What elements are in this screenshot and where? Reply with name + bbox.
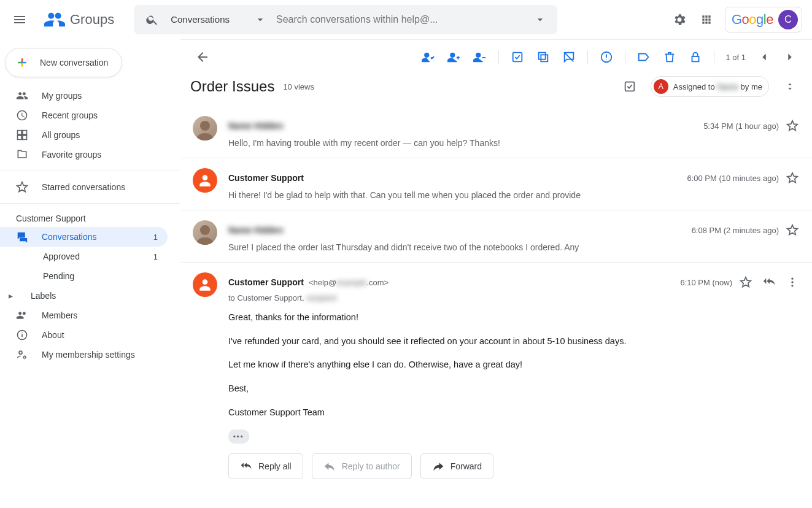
thread-header: Order Issues 10 views A Assigned to Name… xyxy=(180,74,812,106)
star-button[interactable] xyxy=(736,272,756,292)
no-reply-button[interactable] xyxy=(557,45,581,69)
duplicate-button[interactable] xyxy=(531,45,555,69)
people-icon xyxy=(16,90,28,102)
assign-button[interactable] xyxy=(416,45,441,69)
sender-avatar xyxy=(193,116,217,140)
nav-starred[interactable]: Starred conversations xyxy=(0,177,168,197)
message-row[interactable]: Name Hidden 5:34 PM (1 hour ago) Hello, … xyxy=(180,106,812,158)
more-vert-icon xyxy=(786,276,798,288)
sender-name: Customer Support xyxy=(228,173,304,183)
star-button[interactable] xyxy=(783,116,802,136)
groups-icon xyxy=(44,9,65,30)
message-row[interactable]: Name Hidden 6:08 PM (2 minutes ago) Sure… xyxy=(180,210,812,263)
prev-button[interactable] xyxy=(752,45,776,69)
label-icon xyxy=(637,50,651,64)
nav-pending[interactable]: Pending xyxy=(0,266,168,286)
sender-name: Customer Support xyxy=(228,277,304,287)
gear-icon xyxy=(672,12,687,27)
expand-collapse-button[interactable] xyxy=(778,74,802,99)
report-button[interactable] xyxy=(594,45,619,69)
svg-point-2 xyxy=(24,356,26,358)
view-count: 10 views xyxy=(283,82,314,91)
chat-icon xyxy=(16,231,28,243)
members-icon xyxy=(16,309,28,321)
reply-row: Reply all Reply to author Forward xyxy=(228,444,802,479)
svg-point-13 xyxy=(791,285,793,287)
message-snippet: Hello, I'm having trouble with my recent… xyxy=(228,138,802,148)
reply-icon xyxy=(323,460,336,472)
recipients[interactable]: to Customer Support, recipient xyxy=(228,293,802,302)
apps-button[interactable] xyxy=(694,7,719,32)
main-menu-button[interactable] xyxy=(5,5,34,34)
forward-button[interactable]: Forward xyxy=(420,453,493,479)
star-button[interactable] xyxy=(783,168,802,188)
search-input[interactable] xyxy=(276,14,528,25)
show-trimmed-button[interactable]: ••• xyxy=(228,429,249,444)
divider xyxy=(0,171,180,171)
svg-point-10 xyxy=(200,225,210,235)
plus-icon xyxy=(13,53,31,72)
sender-avatar xyxy=(193,220,217,245)
star-icon xyxy=(16,181,28,193)
add-member-button[interactable] xyxy=(442,45,466,69)
reply-author-button[interactable]: Reply to author xyxy=(312,453,412,479)
nav-about[interactable]: About xyxy=(0,325,168,345)
search-bar: Conversations xyxy=(134,5,557,34)
main: 1 of 1 Order Issues 10 views A Assigned … xyxy=(180,39,812,508)
message-body: Great, thanks for the information! I've … xyxy=(228,310,802,444)
apps-icon xyxy=(700,13,713,26)
nav-conversations[interactable]: Conversations 1 xyxy=(0,227,168,247)
person-plus-icon xyxy=(447,50,461,64)
search-scope-dropdown[interactable]: Conversations xyxy=(166,13,276,26)
assigned-chip[interactable]: A Assigned to Name by me xyxy=(651,76,769,97)
copy-icon xyxy=(536,50,550,64)
nav-my-groups[interactable]: My groups xyxy=(0,86,168,106)
message-expanded: Customer Support <help@example.com> 6:10… xyxy=(180,263,812,489)
nav-membership-settings[interactable]: My membership settings xyxy=(0,345,168,364)
group-heading: Customer Support xyxy=(0,210,180,227)
message-row[interactable]: Customer Support 6:00 PM (10 minutes ago… xyxy=(180,158,812,210)
reply-all-icon-button[interactable] xyxy=(759,272,779,292)
product-logo[interactable]: Groups xyxy=(39,9,119,30)
mark-complete-button[interactable] xyxy=(505,45,530,69)
more-button[interactable] xyxy=(783,272,802,292)
svg-point-9 xyxy=(200,121,210,131)
alert-icon xyxy=(600,50,613,64)
nav-labels[interactable]: ▸ Labels xyxy=(0,286,180,306)
next-button[interactable] xyxy=(778,45,802,69)
arrow-left-icon xyxy=(195,50,210,64)
lock-button[interactable] xyxy=(683,45,708,69)
nav-all-groups[interactable]: All groups xyxy=(0,125,168,145)
star-button[interactable] xyxy=(783,220,802,240)
settings-button[interactable] xyxy=(667,7,692,32)
back-button[interactable] xyxy=(190,45,215,69)
search-icon[interactable] xyxy=(139,13,166,26)
page-indicator: 1 of 1 xyxy=(721,53,751,62)
message-snippet: Sure! I placed the order last Thursday a… xyxy=(228,242,802,252)
message-time: 6:08 PM (2 minutes ago) xyxy=(692,226,779,235)
star-outline-icon xyxy=(786,172,798,184)
toolbar: 1 of 1 xyxy=(180,40,812,74)
nav-recent-groups[interactable]: Recent groups xyxy=(0,106,168,125)
label-button[interactable] xyxy=(632,45,656,69)
svg-point-12 xyxy=(791,281,793,283)
nav-members[interactable]: Members xyxy=(0,306,168,325)
product-name: Groups xyxy=(70,12,114,28)
account-box[interactable]: Google C xyxy=(725,7,802,33)
nav-favorite-groups[interactable]: Favorite groups xyxy=(0,145,168,164)
search-options-button[interactable] xyxy=(528,13,552,26)
message-time: 6:00 PM (10 minutes ago) xyxy=(687,174,779,183)
account-avatar[interactable]: C xyxy=(778,10,798,29)
delete-button[interactable] xyxy=(657,45,682,69)
reply-all-icon xyxy=(762,275,776,289)
folder-icon xyxy=(16,148,28,161)
reply-all-button[interactable]: Reply all xyxy=(228,453,303,479)
sender-name: Name Hidden xyxy=(228,225,283,235)
nav-approved[interactable]: Approved 1 xyxy=(0,247,168,266)
check-box-icon xyxy=(511,50,524,64)
new-conversation-button[interactable]: New conversation xyxy=(5,48,122,77)
sender-avatar xyxy=(193,168,217,193)
remove-member-button[interactable] xyxy=(468,45,492,69)
chevron-down-icon xyxy=(254,13,266,26)
mark-done-button[interactable] xyxy=(617,74,642,99)
